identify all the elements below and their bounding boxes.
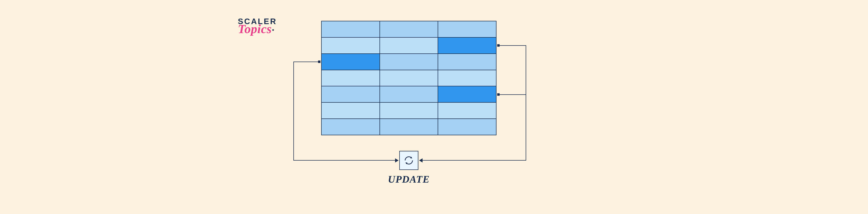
brand-logo: SCALER Topics xyxy=(238,17,277,36)
table-cell xyxy=(322,119,379,135)
row-marker-right-1 xyxy=(497,44,500,47)
row-marker-right-2 xyxy=(497,93,500,96)
data-table xyxy=(321,21,496,135)
canvas: SCALER Topics UPDATE xyxy=(0,0,868,214)
table-cell xyxy=(322,103,379,118)
update-action-label: UPDATE xyxy=(387,173,431,185)
table-cell xyxy=(322,70,379,86)
table-cell xyxy=(438,54,496,70)
brand-logo-line2: Topics xyxy=(238,22,272,36)
table-cell xyxy=(380,119,438,135)
table-cell xyxy=(380,38,438,54)
table-cell xyxy=(438,21,496,37)
table-cell xyxy=(438,103,496,118)
table-cell xyxy=(380,54,438,70)
update-diagram: UPDATE xyxy=(321,21,564,198)
connector-line xyxy=(293,62,319,62)
connector-line xyxy=(423,160,526,160)
table-cell xyxy=(380,86,438,102)
table-cell xyxy=(322,86,379,102)
table-cell-selected xyxy=(322,54,379,70)
table-cell-selected xyxy=(438,38,496,54)
connector-line xyxy=(293,160,395,160)
arrow-icon xyxy=(419,158,423,163)
refresh-icon xyxy=(403,155,414,166)
update-action-box xyxy=(399,151,418,170)
table-cell xyxy=(322,21,379,37)
arrow-icon xyxy=(395,158,399,163)
brand-logo-line2-wrap: Topics xyxy=(238,25,277,36)
table-cell-selected xyxy=(438,86,496,102)
table-cell xyxy=(380,70,438,86)
table-cell xyxy=(322,38,379,54)
connector-line xyxy=(500,94,526,95)
connector-line xyxy=(526,45,526,160)
connector-line xyxy=(500,45,526,46)
table-cell xyxy=(438,119,496,135)
table-cell xyxy=(380,103,438,118)
brand-logo-dot-icon xyxy=(272,29,274,31)
connector-line xyxy=(293,62,294,160)
table-cell xyxy=(438,70,496,86)
table-cell xyxy=(380,21,438,37)
